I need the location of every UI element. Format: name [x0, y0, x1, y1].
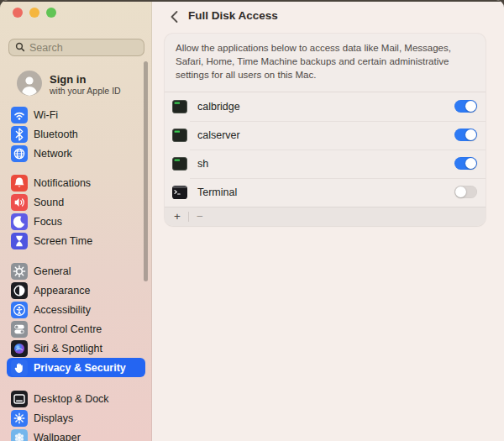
- panel-header: Full Disk Access: [152, 7, 504, 29]
- exec-terminal-icon: [172, 157, 187, 171]
- sidebar-item-screen-time[interactable]: Screen Time: [0, 231, 152, 250]
- signin-title: Sign in: [50, 74, 121, 87]
- avatar-icon: [17, 71, 42, 99]
- siri-icon: [11, 340, 28, 357]
- app-row-terminal: Terminal: [165, 178, 486, 207]
- list-edit-footer: + −: [165, 207, 486, 226]
- window-top-edge: [0, 0, 504, 2]
- remove-app-button[interactable]: −: [192, 211, 207, 223]
- sidebar-item-label: Screen Time: [34, 235, 92, 247]
- sidebar-item-label: Privacy & Security: [34, 362, 126, 374]
- apple-id-signin[interactable]: Sign in with your Apple ID: [17, 71, 121, 99]
- control-centre-icon: [11, 321, 28, 338]
- sidebar-item-desktop-dock[interactable]: Desktop & Dock: [0, 389, 152, 408]
- notifications-icon: [11, 175, 28, 192]
- sidebar-item-network[interactable]: Network: [0, 144, 152, 163]
- sidebar-item-appearance[interactable]: Appearance: [0, 281, 152, 300]
- sidebar-item-notifications[interactable]: Notifications: [0, 173, 152, 192]
- sidebar-item-label: Sound: [34, 197, 64, 208]
- sidebar-item-label: Control Centre: [34, 323, 102, 335]
- displays-icon: [11, 410, 28, 427]
- sound-icon: [11, 194, 28, 211]
- general-icon: [11, 263, 28, 280]
- zoom-button[interactable]: [46, 8, 56, 18]
- desktop-dock-icon: [11, 391, 28, 407]
- app-row-sh: sh: [165, 150, 486, 178]
- system-settings-window: Search Sign in with your Apple ID Wi-FiB…: [0, 0, 504, 441]
- exec-terminal-icon: [172, 129, 187, 142]
- app-name: sh: [197, 158, 454, 170]
- sidebar-item-accessibility[interactable]: Accessibility: [0, 300, 152, 319]
- signin-subtitle: with your Apple ID: [50, 86, 121, 96]
- sidebar: Search Sign in with your Apple ID Wi-FiB…: [0, 0, 152, 441]
- terminal-app-icon: [172, 186, 187, 199]
- toggle-knob: [455, 186, 466, 197]
- app-row-calbridge: calbridge: [165, 92, 486, 121]
- sidebar-item-label: Notifications: [34, 177, 91, 189]
- sh-toggle[interactable]: [454, 157, 477, 170]
- sidebar-item-label: Focus: [34, 216, 62, 228]
- description-text: Allow the applications below to access d…: [165, 34, 486, 92]
- back-button[interactable]: [167, 9, 182, 24]
- sidebar-group: Wi-FiBluetoothNetwork: [0, 105, 152, 163]
- terminal-toggle[interactable]: [454, 186, 477, 198]
- app-row-calserver: calserver: [165, 121, 486, 150]
- sidebar-item-label: Displays: [34, 412, 73, 424]
- sidebar-item-wallpaper[interactable]: Wallpaper: [0, 428, 152, 441]
- sidebar-item-label: Desktop & Dock: [34, 393, 109, 405]
- sidebar-item-displays[interactable]: Displays: [0, 408, 152, 428]
- sidebar-item-label: Accessibility: [34, 304, 91, 316]
- search-icon: [15, 40, 25, 55]
- bluetooth-icon: [11, 126, 28, 143]
- divider: [188, 212, 189, 222]
- toggle-knob: [465, 158, 476, 169]
- focus-icon: [11, 213, 28, 230]
- sidebar-item-focus[interactable]: Focus: [0, 212, 152, 231]
- toggle-knob: [465, 129, 476, 140]
- sidebar-item-label: Appearance: [34, 285, 90, 297]
- calserver-toggle[interactable]: [454, 129, 477, 141]
- sidebar-item-label: Bluetooth: [34, 129, 78, 140]
- page-title: Full Disk Access: [188, 9, 278, 22]
- calbridge-toggle[interactable]: [454, 100, 477, 113]
- sidebar-group: NotificationsSoundFocusScreen Time: [0, 173, 152, 250]
- appearance-icon: [11, 282, 28, 299]
- sidebar-item-privacy-security[interactable]: Privacy & Security: [0, 358, 152, 377]
- sidebar-item-general[interactable]: General: [0, 261, 152, 281]
- sidebar-item-label: Wi-Fi: [34, 109, 58, 121]
- sidebar-item-control-centre[interactable]: Control Centre: [0, 319, 152, 339]
- accessibility-icon: [11, 302, 28, 318]
- sidebar-group: Desktop & DockDisplaysWallpaper: [0, 389, 152, 441]
- content-panel: Full Disk Access Allow the applications …: [152, 0, 504, 441]
- app-list: calbridgecalservershTerminal: [165, 92, 486, 207]
- search-input[interactable]: Search: [8, 39, 144, 56]
- add-app-button[interactable]: +: [170, 211, 185, 223]
- minimize-button[interactable]: [29, 8, 39, 18]
- exec-terminal-icon: [172, 100, 187, 113]
- sidebar-item-wi-fi[interactable]: Wi-Fi: [0, 105, 152, 124]
- sidebar-item-label: Siri & Spotlight: [34, 343, 102, 354]
- close-button[interactable]: [13, 8, 23, 18]
- sidebar-group: GeneralAppearanceAccessibilityControl Ce…: [0, 261, 152, 377]
- full-disk-access-card: Allow the applications below to access d…: [165, 34, 486, 226]
- toggle-knob: [465, 101, 476, 112]
- sidebar-item-siri-spotlight[interactable]: Siri & Spotlight: [0, 339, 152, 358]
- search-placeholder: Search: [29, 42, 63, 54]
- sidebar-nav: Wi-FiBluetoothNetworkNotificationsSoundF…: [0, 105, 152, 441]
- wallpaper-icon: [11, 429, 28, 441]
- wifi-icon: [11, 107, 28, 123]
- sidebar-scrollbar[interactable]: [144, 61, 148, 281]
- privacy-security-icon: [11, 360, 28, 376]
- sidebar-item-label: Wallpaper: [34, 432, 81, 441]
- app-name: Terminal: [197, 186, 454, 198]
- sidebar-item-bluetooth[interactable]: Bluetooth: [0, 124, 152, 144]
- app-name: calserver: [197, 129, 454, 141]
- screen-time-icon: [11, 233, 28, 249]
- app-name: calbridge: [197, 101, 454, 113]
- sidebar-item-label: Network: [34, 148, 72, 160]
- sidebar-item-sound[interactable]: Sound: [0, 192, 152, 212]
- network-icon: [11, 145, 28, 162]
- sidebar-item-label: General: [34, 265, 71, 277]
